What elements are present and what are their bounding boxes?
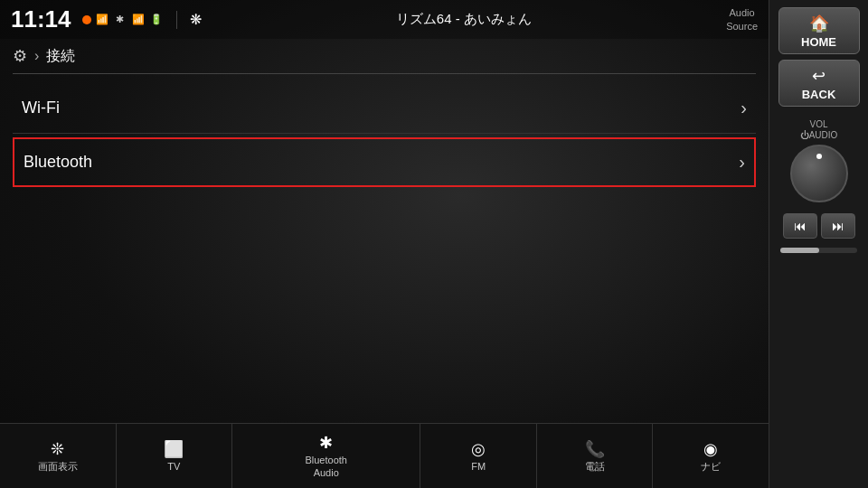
status-bar: 11:14 📶 ✱ 📶 🔋 ❋ リズム64 - あいみょん Audio Sour… [0,0,769,39]
bluetooth-chevron: › [739,152,745,173]
navi-label: ナビ [701,461,721,473]
next-track-button[interactable]: ⏭ [821,213,855,239]
breadcrumb-divider [13,73,756,74]
signal-icon: 📶 [131,13,146,27]
home-icon: 🏠 [809,14,829,33]
menu-item-wifi[interactable]: Wi-Fi › [13,83,756,134]
home-label: HOME [801,35,836,49]
vol-label: VOL ⏻AUDIO [800,119,838,141]
main-screen: 11:14 📶 ✱ 📶 🔋 ❋ リズム64 - あいみょん Audio Sour… [0,0,769,488]
volume-knob[interactable] [790,145,848,202]
wifi-label: Wi-Fi [22,99,60,117]
audio-source-label: Audio Source [726,6,758,33]
bluetooth-status-icon: ❋ [190,11,202,28]
bottom-navi[interactable]: ◉ ナビ [653,424,769,488]
battery-icon: 🔋 [149,13,164,27]
tv-label: TV [167,461,180,473]
bottom-phone[interactable]: 📞 電話 [537,424,654,488]
notification-dot [82,15,91,24]
divider [176,11,177,29]
menu-item-bluetooth[interactable]: Bluetooth › [13,137,756,187]
breadcrumb: ⚙ › 接続 [0,39,769,73]
bottom-bar: ❊ 画面表示 ⬜ TV ✱ BluetoothAudio ◎ FM 📞 電話 ◉… [0,423,769,488]
volume-control: VOL ⏻AUDIO [790,119,848,202]
wifi-icon: 📶 [95,13,109,27]
volume-knob-indicator [816,154,822,159]
volume-slider[interactable] [780,248,857,253]
volume-fill [780,248,819,253]
wifi-chevron: › [741,98,747,118]
bottom-fm[interactable]: ◎ FM [420,424,537,488]
right-panel: 🏠 HOME ↩ BACK VOL ⏻AUDIO ⏮ ⏭ [769,0,868,488]
bluetooth-icon-sm: ✱ [113,13,127,27]
now-playing-text: リズム64 - あいみょん [209,11,720,28]
tv-icon: ⬜ [164,439,184,459]
screen-display-label: 画面表示 [38,461,78,473]
bluetooth-audio-icon: ✱ [319,433,333,453]
back-icon: ↩ [812,66,826,86]
bottom-tv[interactable]: ⬜ TV [117,424,233,488]
breadcrumb-label: 接続 [46,47,75,66]
phone-icon: 📞 [585,439,605,459]
fm-icon: ◎ [471,439,486,459]
screen-display-icon: ❊ [51,439,64,459]
back-label: BACK [802,88,836,101]
media-controls: ⏮ ⏭ [783,213,855,239]
bottom-bluetooth-audio[interactable]: ✱ BluetoothAudio [232,424,420,488]
menu-list: Wi-Fi › Bluetooth › [0,80,769,423]
status-icons: 📶 ✱ 📶 🔋 [82,13,164,27]
bluetooth-label: Bluetooth [24,153,92,172]
back-button[interactable]: ↩ BACK [778,60,860,107]
prev-track-button[interactable]: ⏮ [783,213,817,239]
fm-label: FM [471,461,486,473]
bottom-screen-display[interactable]: ❊ 画面表示 [0,424,117,488]
breadcrumb-separator: › [34,48,39,64]
home-button[interactable]: 🏠 HOME [778,7,860,54]
phone-label: 電話 [585,461,605,473]
settings-icon: ⚙ [13,46,27,66]
navi-icon: ◉ [703,439,718,459]
bluetooth-audio-label: BluetoothAudio [305,455,346,478]
clock: 11:14 [11,5,71,33]
